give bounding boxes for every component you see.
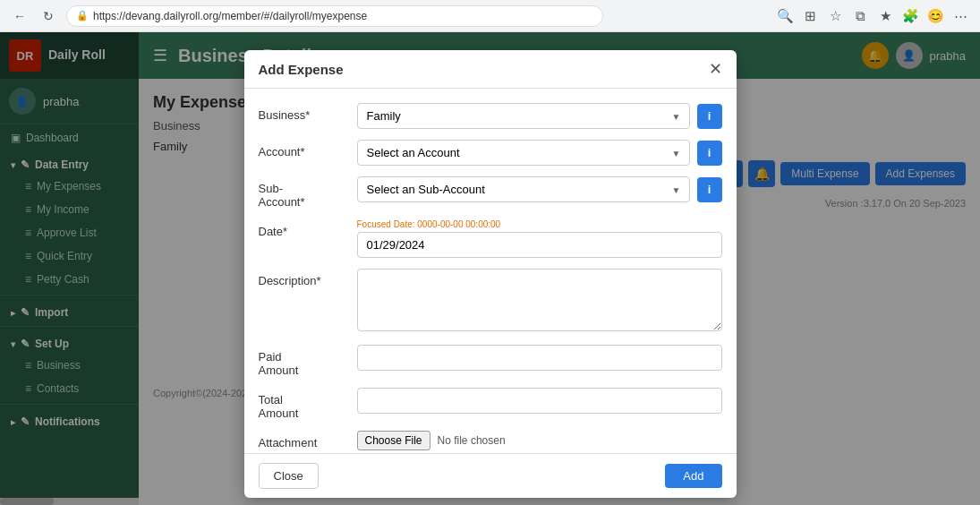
- sub-account-select[interactable]: Select an Sub-Account: [357, 176, 690, 202]
- add-button[interactable]: Add: [665, 464, 721, 488]
- lock-icon: 🔒: [76, 10, 89, 21]
- url-bar: 🔒 https://devang.dailyroll.org/member/#/…: [66, 5, 603, 27]
- back-button[interactable]: ←: [9, 5, 30, 27]
- browser-actions: 🔍 ⊞ ☆ ⧉ ★ 🧩 😊 ⋯: [774, 5, 971, 27]
- choose-file-button[interactable]: Choose File: [357, 431, 430, 450]
- attachment-label: Attachment: [259, 431, 357, 449]
- date-row: Date* Focused Date: 0000-00-00 00:00:00: [259, 219, 722, 258]
- total-amount-row: TotalAmount: [259, 388, 722, 420]
- description-textarea[interactable]: [357, 269, 722, 331]
- description-field-wrap: [357, 269, 722, 334]
- date-field-wrap: Focused Date: 0000-00-00 00:00:00: [357, 219, 722, 258]
- sub-account-field-label: Sub-Account*: [259, 176, 357, 209]
- description-row: Description*: [259, 269, 722, 334]
- paid-amount-wrap: [357, 345, 722, 371]
- total-amount-input[interactable]: [357, 388, 722, 414]
- menu-button[interactable]: ⋯: [950, 5, 971, 27]
- description-field-label: Description*: [259, 269, 357, 287]
- date-field-label: Date*: [259, 219, 357, 238]
- refresh-button[interactable]: ↻: [38, 5, 59, 27]
- zoom-button[interactable]: 🔍: [774, 5, 796, 27]
- modal-header: Add Expense ✕: [244, 50, 737, 89]
- file-input-wrap: Choose File No file chosen: [357, 431, 722, 450]
- close-button[interactable]: Close: [259, 463, 319, 489]
- favorites-button[interactable]: ★: [874, 5, 896, 27]
- url-text: https://devang.dailyroll.org/member/#/da…: [93, 10, 367, 22]
- business-info-button[interactable]: i: [697, 104, 722, 129]
- sub-account-label-text: Sub-Account*: [259, 182, 305, 209]
- modal-footer: Close Add: [244, 453, 737, 498]
- account-select-wrapper: Select an Account: [357, 140, 690, 166]
- account-select[interactable]: Select an Account: [357, 140, 690, 166]
- paid-amount-label-text: PaidAmount: [259, 350, 299, 377]
- paid-amount-label: PaidAmount: [259, 345, 357, 377]
- modal-title: Add Expense: [259, 62, 344, 77]
- total-amount-wrap: [357, 388, 722, 414]
- business-select-wrapper: Family: [357, 103, 690, 129]
- modal-body: Business* Family i Account* Selec: [244, 89, 737, 453]
- account-field-wrap: Select an Account i: [357, 140, 722, 166]
- bookmark-button[interactable]: ☆: [824, 5, 846, 27]
- sub-account-select-wrapper: Select an Sub-Account: [357, 176, 690, 202]
- face-button[interactable]: 😊: [925, 5, 946, 27]
- business-field-wrap: Family i: [357, 103, 722, 129]
- modal-close-button[interactable]: ✕: [709, 61, 722, 77]
- account-field-label: Account*: [259, 140, 357, 158]
- split-button[interactable]: ⧉: [849, 5, 871, 27]
- sub-account-field-wrap: Select an Sub-Account i: [357, 176, 722, 202]
- total-amount-label-text: TotalAmount: [259, 393, 299, 420]
- account-info-button[interactable]: i: [697, 141, 722, 166]
- file-name-label: No file chosen: [438, 434, 506, 447]
- business-row: Business* Family i: [259, 103, 722, 129]
- date-hint: Focused Date: 0000-00-00 00:00:00: [357, 219, 722, 229]
- total-amount-label: TotalAmount: [259, 388, 357, 420]
- extension-button[interactable]: 🧩: [899, 5, 921, 27]
- modal-overlay: Add Expense ✕ Business* Family i Account…: [0, 32, 980, 505]
- add-expense-modal: Add Expense ✕ Business* Family i Account…: [244, 50, 737, 498]
- reader-button[interactable]: ⊞: [799, 5, 821, 27]
- account-row: Account* Select an Account i: [259, 140, 722, 166]
- business-field-label: Business*: [259, 103, 357, 122]
- attachment-row: Attachment Choose File No file chosen: [259, 431, 722, 450]
- browser-chrome: ← ↻ 🔒 https://devang.dailyroll.org/membe…: [0, 0, 980, 32]
- sub-account-info-button[interactable]: i: [697, 177, 722, 202]
- paid-amount-row: PaidAmount: [259, 345, 722, 377]
- sub-account-row: Sub-Account* Select an Sub-Account i: [259, 176, 722, 209]
- date-input[interactable]: [357, 232, 722, 258]
- attachment-wrap: Choose File No file chosen: [357, 431, 722, 450]
- business-select[interactable]: Family: [357, 103, 690, 129]
- paid-amount-input[interactable]: [357, 345, 722, 371]
